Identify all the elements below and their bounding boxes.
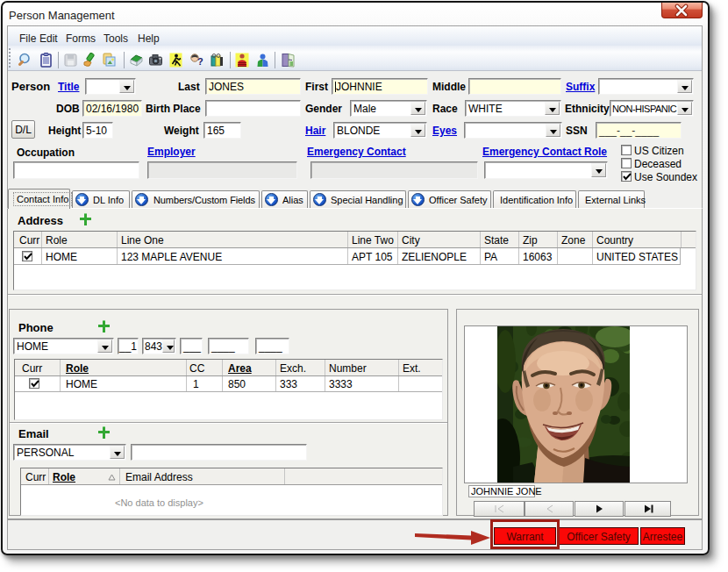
svg-text:?: ? xyxy=(197,56,203,67)
